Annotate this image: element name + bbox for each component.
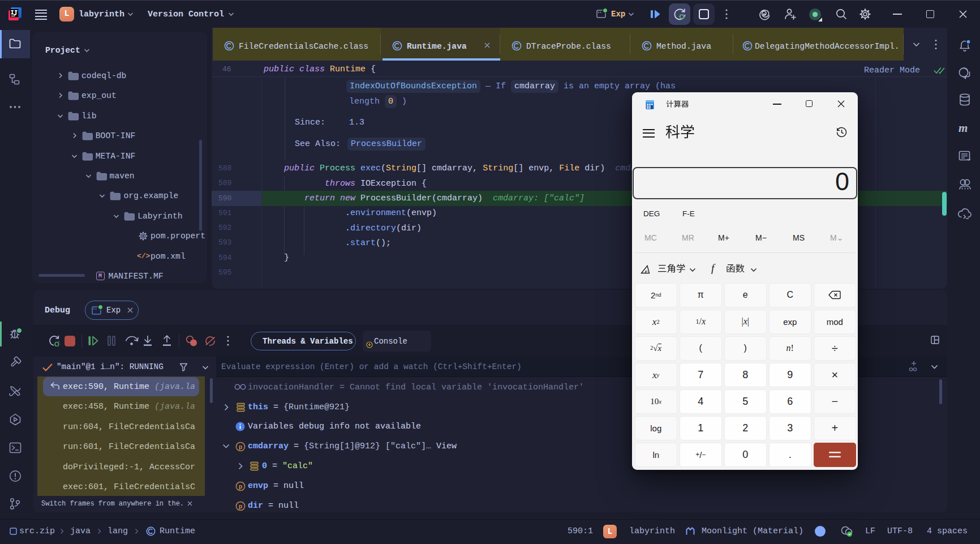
svg-text:p: p	[239, 444, 243, 451]
svg-text:p: p	[239, 503, 243, 510]
svg-text:p: p	[239, 483, 243, 490]
